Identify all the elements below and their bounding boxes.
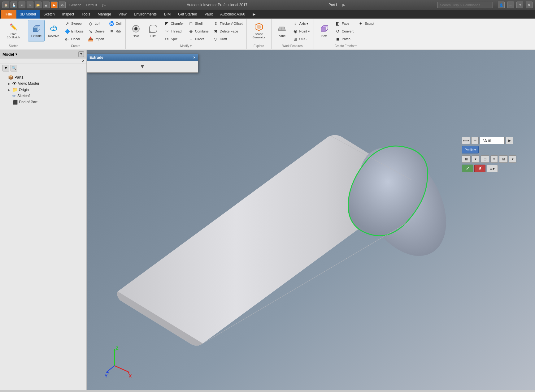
work-small-btns: ↕ Axis ▾ ◉ Point ▾ ⊞ UCS [291,20,312,43]
cancel-btn[interactable]: ✗ [474,165,485,172]
part-nav-arrow: ▶ [342,3,345,7]
face-btn[interactable]: ◧ Face [333,20,356,27]
dimension-arrow-btn[interactable]: ⊢ [471,137,479,144]
combine-btn[interactable]: ⊕ Combine [186,28,211,35]
menu-manage[interactable]: Manage [94,10,115,19]
axis-btn[interactable]: ↕ Axis ▾ [291,20,312,27]
tree-item-view-master[interactable]: ▶ 👁 View: Master [0,80,86,87]
rib-btn[interactable]: ≡ Rib [107,28,124,35]
sculpt-btn[interactable]: ✦ Sculpt [356,20,376,27]
plane-btn[interactable]: Plane [273,20,290,41]
box-pattern-btn[interactable]: Box [316,20,333,41]
shell-icon: □ [188,21,194,26]
tree-item-sketch1[interactable]: ✏ Sketch1 [0,93,86,99]
op-cut-dropdown[interactable]: ▾ [490,155,498,163]
shell-btn[interactable]: □ Shell [186,20,211,27]
extrude-dialog-close-btn[interactable]: × [193,55,195,60]
minimize-btn[interactable]: ─ [507,2,514,8]
view-master-expander: ▶ [7,82,11,85]
ucs-btn[interactable]: ⊞ UCS [291,35,312,43]
select-btn[interactable]: ▶ [51,2,58,8]
menu-inspect[interactable]: Inspect [59,10,78,19]
op-join-dropdown[interactable]: ▾ [472,155,479,163]
decal-btn[interactable]: 🏷 Decal [63,35,85,43]
chamfer-label: Chamfer [171,22,184,25]
tree-item-end-of-part[interactable]: ⬛ End of Part [0,99,86,105]
op-cut-btn[interactable]: ⊟ [481,155,489,163]
sidebar-help[interactable]: ? [78,51,84,57]
dimension-next-btn[interactable]: ▶ [506,137,513,144]
menu-more[interactable]: ▶ [249,10,259,19]
draft-btn[interactable]: ▽ Draft [211,35,245,43]
dimension-icon-btn[interactable]: ⟺ [462,137,470,144]
import-btn[interactable]: 📥 Import [86,35,107,43]
coil-btn[interactable]: 🌀 Coil [107,20,124,27]
menu-3d-model[interactable]: 3D Model [16,10,40,19]
thicken-icon: ⇕ [213,21,219,26]
settings-btn[interactable]: ⚙ [59,2,66,8]
menu-sketch[interactable]: Sketch [40,10,59,19]
print-btn[interactable]: 🖨 [43,2,50,8]
menu-environments[interactable]: Environments [130,10,160,19]
ribbon-group-create: Extrude Revolve ↗ Sweep 🔷 Emboss [26,19,126,49]
close-btn[interactable]: ✕ [526,2,533,8]
convert-btn[interactable]: ↺ Convert [333,28,356,35]
profile-btn[interactable]: Profile ▾ [462,146,479,153]
op-join-btn[interactable]: ⊞ [462,155,471,163]
save-btn[interactable]: 💾 [11,2,17,8]
point-btn[interactable]: ◉ Point ▾ [291,28,312,35]
undo-btn[interactable]: ↩ [19,2,25,8]
filter-btn[interactable]: ▼ [2,65,9,71]
sweep-btn[interactable]: ↗ Sweep [63,20,85,27]
search-input[interactable] [437,2,493,8]
revolve-btn[interactable]: Revolve [45,20,62,41]
derive-btn[interactable]: ↘ Derive [86,28,107,35]
tree-item-origin[interactable]: ▶ 📁 Origin [0,87,86,93]
sketch1-icon: ✏ [12,93,16,98]
thread-btn[interactable]: 〰 Thread [162,28,186,35]
chamfer-btn[interactable]: ◤ Chamfer [162,20,186,27]
search-model-btn[interactable]: 🔍 [11,65,17,71]
sketch1-label: Sketch1 [17,94,31,98]
tree-item-part1[interactable]: 📦 Part1 [0,74,86,80]
thicken-btn[interactable]: ⇕ Thicken/ Offset [211,20,245,27]
fillet-btn[interactable]: Fillet [145,20,162,41]
shape-generator-btn[interactable]: ShapeGenerator [250,20,267,41]
confirm-btn[interactable]: ✓ [462,165,473,172]
user-icon[interactable]: 👤 [498,2,505,8]
menu-view[interactable]: View [115,10,130,19]
svg-rect-6 [150,25,157,32]
direct-btn[interactable]: ↔ Direct [186,35,211,43]
mini-row-dimension: ⟺ ⊢ ▶ [462,137,516,144]
menu-file[interactable]: File [1,10,16,19]
menu-tools[interactable]: Tools [78,10,94,19]
modify-buttons: Hole Fillet ◤ Chamfer 〰 Thread [128,20,245,44]
menu-get-started[interactable]: Get Started [174,10,201,19]
box-pattern-icon [319,24,329,34]
start-sketch-btn[interactable]: ✏️ Start2D Sketch [5,20,22,41]
dimension-input[interactable] [480,137,505,144]
op-intersect-btn[interactable]: ⊠ [499,155,508,163]
more-options-btn[interactable]: ≡▾ [487,165,498,172]
redo-btn[interactable]: ↪ [27,2,33,8]
menu-bim[interactable]: BIM [160,10,174,19]
viewport[interactable]: Z Y X Extrude × ▼ [87,50,535,390]
home-btn[interactable]: 🏠 [2,2,9,8]
hole-btn[interactable]: Hole [128,20,144,41]
split-btn[interactable]: ✂ Split [162,35,186,43]
main-area: Model ▾ ? ✕ ▼ 🔍 📦 Part1 ▶ 👁 View: Master [0,50,535,390]
extrude-label: Extrude [31,34,41,38]
op-intersect-dropdown[interactable]: ▾ [509,155,516,163]
extrude-btn[interactable]: Extrude [28,20,45,41]
menu-vault[interactable]: Vault [201,10,216,19]
menu-a360[interactable]: Autodesk A360 [216,10,249,19]
maximize-btn[interactable]: □ [516,2,523,8]
sidebar-dropdown[interactable]: ▾ [15,52,17,56]
sidebar-close-btn[interactable]: ✕ [80,59,86,63]
emboss-btn[interactable]: 🔷 Emboss [63,28,85,35]
loft-btn[interactable]: ◇ Loft [86,20,107,27]
delete-face-btn[interactable]: ✖ Delete Face [211,28,245,35]
patch-btn[interactable]: ▣ Patch [333,35,356,43]
combine-label: Combine [195,29,209,33]
open-btn[interactable]: 📂 [35,2,41,8]
